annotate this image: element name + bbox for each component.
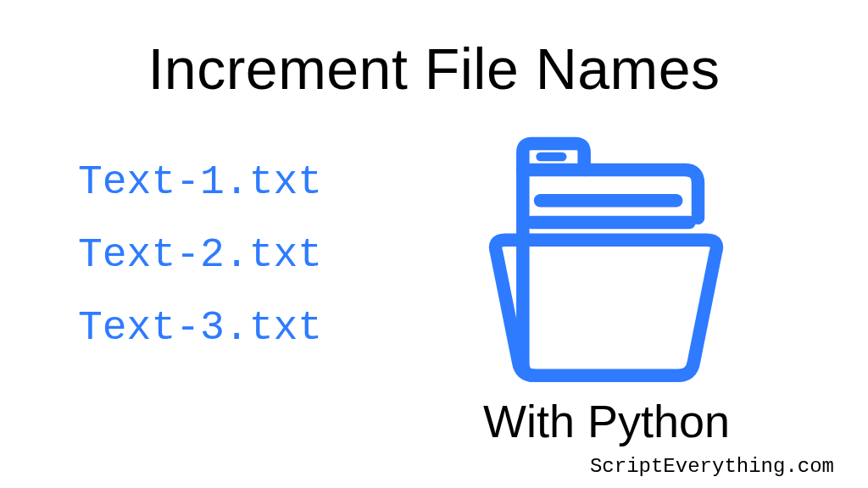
page-title: Increment File Names [147, 36, 720, 102]
subtitle: With Python [483, 395, 730, 447]
list-item: Text-2.txt [78, 232, 322, 278]
folder-open-icon [475, 130, 737, 393]
file-list: Text-1.txt Text-2.txt Text-3.txt [78, 159, 322, 351]
list-item: Text-3.txt [78, 305, 322, 351]
svg-rect-0 [536, 152, 566, 161]
list-item: Text-1.txt [78, 159, 322, 205]
footer-credit: ScriptEverything.com [590, 455, 834, 478]
